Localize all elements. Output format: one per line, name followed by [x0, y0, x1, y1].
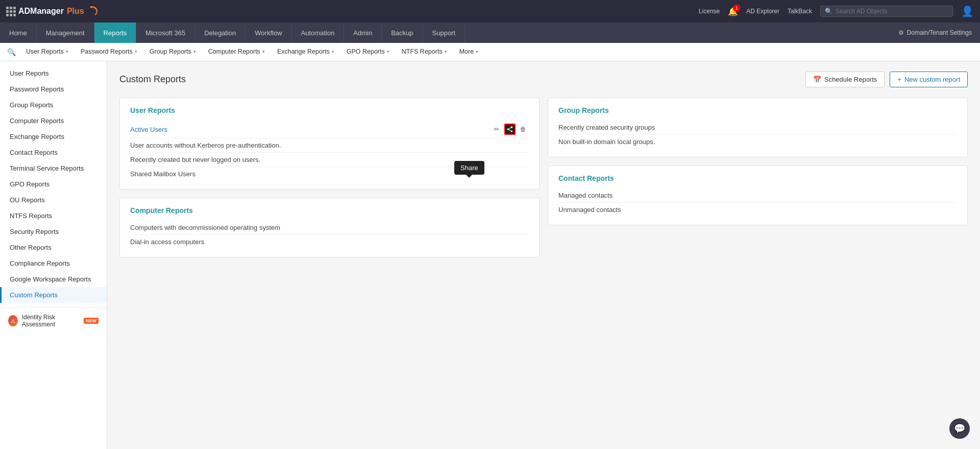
app-name: ADManager: [18, 7, 64, 16]
identity-risk-icon: ⚠: [8, 315, 18, 326]
chevron-down-icon: ▾: [193, 49, 196, 54]
subnav-exchange-reports[interactable]: Exchange Reports ▾: [272, 43, 339, 61]
domain-settings-label: Domain/Tenant Settings: [907, 29, 972, 36]
sidebar-item-compliance-reports[interactable]: Compliance Reports: [0, 255, 107, 271]
nav-admin[interactable]: Admin: [344, 22, 382, 43]
sidebar-item-ntfs-reports[interactable]: NTFS Reports: [0, 208, 107, 224]
subnav-search-icon[interactable]: 🔍: [4, 48, 19, 56]
sidebar-item-other-reports[interactable]: Other Reports: [0, 240, 107, 255]
report-domain-local-link[interactable]: Non built-in domain local groups.: [558, 138, 655, 146]
share-button-highlighted[interactable]: [504, 124, 516, 135]
report-never-logged-link[interactable]: Recently created but never logged on use…: [130, 156, 260, 163]
report-kerberos-link[interactable]: User accounts without Kerberos pre-authe…: [130, 141, 281, 149]
subnav: 🔍 User Reports ▾ Password Reports ▾ Grou…: [0, 43, 980, 61]
search-box[interactable]: 🔍: [820, 6, 953, 17]
report-decommissioned-link[interactable]: Computers with decommissioned operating …: [130, 224, 280, 231]
new-custom-report-label: New custom report: [904, 76, 960, 83]
list-item: Dial-in access computers ✏ 🗑: [130, 235, 529, 249]
nav-automation[interactable]: Automation: [292, 22, 345, 43]
right-column: Group Reports Recently created security …: [548, 98, 968, 233]
subnav-computer-reports[interactable]: Computer Reports ▾: [203, 43, 270, 61]
active-users-link[interactable]: Active Users: [130, 126, 167, 133]
grid-icon: [6, 7, 15, 16]
subnav-password-reports-label: Password Reports: [81, 48, 133, 55]
ad-explorer-link[interactable]: AD Explorer: [746, 8, 779, 15]
subnav-more[interactable]: More ▾: [454, 43, 483, 61]
reports-columns: User Reports Active Users ✏ 🗑: [119, 98, 968, 266]
list-item: User accounts without Kerberos pre-authe…: [130, 138, 529, 153]
content-header: Custom Reports 📅 Schedule Reports + New …: [119, 72, 968, 87]
main-layout: User Reports Password Reports Group Repo…: [0, 61, 980, 449]
group-reports-section: Group Reports Recently created security …: [548, 98, 968, 157]
chevron-down-icon: ▾: [66, 49, 68, 54]
notification-badge: 1: [733, 5, 740, 12]
nav-management[interactable]: Management: [37, 22, 94, 43]
chevron-down-icon: ▾: [262, 49, 265, 54]
delete-button[interactable]: 🗑: [518, 124, 529, 135]
sidebar-item-google-workspace-reports[interactable]: Google Workspace Reports: [0, 271, 107, 287]
user-avatar[interactable]: 👤: [961, 5, 974, 17]
active-users-actions: ✏ 🗑: [491, 124, 529, 135]
nav-workflow[interactable]: Workflow: [246, 22, 291, 43]
nav-reports[interactable]: Reports: [94, 22, 137, 43]
report-security-groups-link[interactable]: Recently created security groups: [558, 124, 655, 131]
content-area: Custom Reports 📅 Schedule Reports + New …: [107, 61, 980, 449]
sidebar-item-user-reports[interactable]: User Reports: [0, 65, 107, 81]
nav-home[interactable]: Home: [0, 22, 37, 43]
share-icon: [506, 126, 513, 133]
group-reports-section-title: Group Reports: [558, 106, 957, 114]
sidebar-item-gpo-reports[interactable]: GPO Reports: [0, 176, 107, 192]
sidebar-item-computer-reports[interactable]: Computer Reports: [0, 113, 107, 129]
subnav-ntfs-reports[interactable]: NTFS Reports ▾: [397, 43, 452, 61]
domain-settings-button[interactable]: ⚙ Domain/Tenant Settings: [890, 22, 980, 43]
sidebar-item-group-reports[interactable]: Group Reports: [0, 97, 107, 113]
subnav-password-reports[interactable]: Password Reports ▾: [76, 43, 142, 61]
sidebar-item-contact-reports[interactable]: Contact Reports: [0, 145, 107, 160]
subnav-group-reports[interactable]: Group Reports ▾: [144, 43, 201, 61]
left-column: User Reports Active Users ✏ 🗑: [119, 98, 540, 266]
chat-button[interactable]: 💬: [949, 418, 970, 439]
topbar-right: License 🔔 1 AD Explorer TalkBack 🔍 👤: [699, 5, 974, 17]
schedule-reports-label: Schedule Reports: [824, 76, 877, 83]
sidebar-item-security-reports[interactable]: Security Reports: [0, 224, 107, 240]
sidebar-item-terminal-service-reports[interactable]: Terminal Service Reports: [0, 160, 107, 176]
nav-backup[interactable]: Backup: [382, 22, 423, 43]
topbar-left: ADManager Plus: [6, 6, 97, 16]
edit-button[interactable]: ✏: [491, 124, 502, 135]
report-shared-mailbox-link[interactable]: Shared Mailbox Users: [130, 170, 195, 178]
sidebar-item-custom-reports[interactable]: Custom Reports: [0, 287, 107, 303]
chevron-down-icon: ▾: [445, 49, 447, 54]
nav-microsoft365[interactable]: Microsoft 365: [136, 22, 195, 43]
subnav-gpo-reports[interactable]: GPO Reports ▾: [341, 43, 395, 61]
logo-arc-icon: [86, 5, 98, 17]
subnav-user-reports[interactable]: User Reports ▾: [21, 43, 74, 61]
header-actions: 📅 Schedule Reports + New custom report: [805, 72, 968, 87]
new-badge: NEW: [84, 318, 99, 324]
nav-support[interactable]: Support: [423, 22, 465, 43]
list-item: Non built-in domain local groups. ✏ 🗑: [558, 135, 957, 149]
nav-delegation[interactable]: Delegation: [195, 22, 246, 43]
contact-reports-section-title: Contact Reports: [558, 174, 957, 182]
chevron-down-icon: ▾: [387, 49, 389, 54]
new-custom-report-button[interactable]: + New custom report: [890, 72, 968, 87]
notification-bell[interactable]: 🔔 1: [728, 7, 738, 16]
list-item: Computers with decommissioned operating …: [130, 221, 529, 235]
search-icon: 🔍: [825, 8, 832, 15]
search-input[interactable]: [836, 8, 948, 15]
list-item: Recently created security groups ✏ 🗑: [558, 121, 957, 135]
navbar: Home Management Reports Microsoft 365 De…: [0, 22, 980, 43]
talkback-link[interactable]: TalkBack: [788, 8, 812, 15]
identity-risk-assessment[interactable]: ⚠ Identity Risk Assessment NEW: [8, 314, 99, 328]
computer-reports-section: Computer Reports Computers with decommis…: [119, 198, 540, 257]
sidebar-item-ou-reports[interactable]: OU Reports: [0, 192, 107, 208]
chevron-down-icon: ▾: [476, 49, 478, 54]
report-dialin-link[interactable]: Dial-in access computers: [130, 238, 204, 246]
report-unmanaged-contacts-link[interactable]: Unmanaged contacts: [558, 206, 621, 214]
list-item: Shared Mailbox Users ✏ 🗑: [130, 167, 529, 181]
sidebar-item-password-reports[interactable]: Password Reports: [0, 81, 107, 97]
report-managed-contacts-link[interactable]: Managed contacts: [558, 192, 612, 199]
sidebar-item-exchange-reports[interactable]: Exchange Reports: [0, 129, 107, 145]
chevron-down-icon: ▾: [135, 49, 137, 54]
license-link[interactable]: License: [699, 8, 720, 15]
schedule-reports-button[interactable]: 📅 Schedule Reports: [805, 72, 885, 87]
